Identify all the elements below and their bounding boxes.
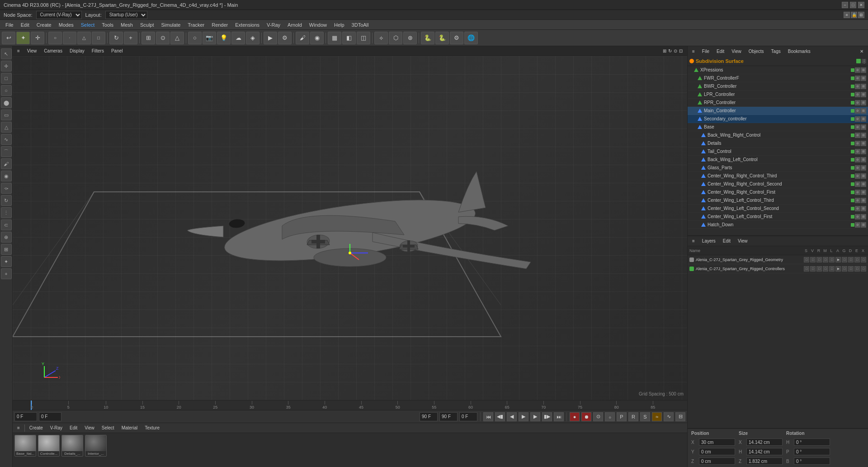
curve-btn[interactable]: ∿ xyxy=(664,412,674,421)
scene-file[interactable]: File xyxy=(699,48,712,54)
menu-arnold[interactable]: Arnold xyxy=(284,21,306,29)
bt-create[interactable]: Create xyxy=(27,425,46,431)
tree-ricon-4-1[interactable]: ⊞ xyxy=(861,100,866,105)
key-scale-btn[interactable]: S xyxy=(640,412,650,421)
morph-btn[interactable]: ⊛ xyxy=(403,32,417,44)
scene-close[interactable]: ✕ xyxy=(857,48,866,54)
menu-create[interactable]: Create xyxy=(33,21,55,29)
vp-icon2[interactable]: ↻ xyxy=(668,48,672,53)
viewport[interactable]: ≡ View Cameras Display Filters Panel ⊞ ↻… xyxy=(13,46,687,400)
mat-interior[interactable]: Interior_... xyxy=(85,435,107,457)
sculpt-btn[interactable]: ◉ xyxy=(310,32,324,44)
bt-texture[interactable]: Texture xyxy=(142,425,162,431)
lc-a[interactable]: ▶ xyxy=(835,266,841,272)
tool-cube[interactable]: □ xyxy=(1,73,12,84)
next-key-btn[interactable]: ▮▶ xyxy=(542,412,552,421)
current-frame-input[interactable] xyxy=(14,412,37,421)
layers-label[interactable]: Layers xyxy=(699,238,718,244)
l-g[interactable]: □ xyxy=(842,257,847,262)
render-settings-btn[interactable]: ⚙ xyxy=(278,32,292,44)
l-l[interactable]: □ xyxy=(829,257,835,262)
bt-view[interactable]: View xyxy=(82,425,97,431)
tree-ricon-6-1[interactable]: ⊞ xyxy=(861,116,866,122)
l-v[interactable]: □ xyxy=(810,257,816,262)
rot-b-input[interactable] xyxy=(794,457,830,465)
bt-select[interactable]: Select xyxy=(99,425,117,431)
rot-p-input[interactable] xyxy=(794,448,830,455)
rotate-snap-btn[interactable]: ⊙ xyxy=(156,32,170,44)
go-start-btn[interactable]: ⏮ xyxy=(483,412,493,421)
tree-ricon-6-0[interactable]: ⊘ xyxy=(855,116,860,122)
tree-ricon-10-1[interactable]: ⊞ xyxy=(861,149,866,154)
material-btn[interactable]: ◈ xyxy=(246,32,259,44)
plugin-btn[interactable]: ⚙ xyxy=(450,32,463,44)
lc-x[interactable]: □ xyxy=(861,266,866,272)
vp-view-btn[interactable]: View xyxy=(24,48,40,54)
tool-sculpt2[interactable]: ◉ xyxy=(1,171,12,181)
vp-cameras-btn[interactable]: Cameras xyxy=(41,48,65,54)
l-d[interactable]: □ xyxy=(848,257,854,262)
tree-ricon-8-1[interactable]: ⊞ xyxy=(861,133,866,138)
tree-ricon-1-0[interactable]: ⊘ xyxy=(855,76,860,81)
add-btn[interactable]: + xyxy=(124,32,137,44)
tree-item-8[interactable]: Back_Wing_Right_Control⊘⊞ xyxy=(688,131,868,139)
end-frame-input[interactable] xyxy=(420,412,438,421)
tree-ricon-7-1[interactable]: ⊞ xyxy=(861,124,866,130)
key-pos-btn[interactable]: P xyxy=(617,412,627,421)
tool-boole[interactable]: ⊕ xyxy=(1,232,12,243)
tree-item-1[interactable]: FWR_ControllerF⊘⊞ xyxy=(688,74,868,82)
mat-base[interactable]: Base_Ital... xyxy=(14,435,36,457)
tree-ricon-15-1[interactable]: ⊞ xyxy=(861,190,866,195)
tree-item-4[interactable]: RPR_Controller⊘⊞ xyxy=(688,99,868,107)
tool-polygon[interactable]: △ xyxy=(1,122,12,133)
tree-ricon-1-1[interactable]: ⊞ xyxy=(861,76,866,81)
tree-ricon-8-0[interactable]: ⊘ xyxy=(855,133,860,138)
frame-value-input[interactable] xyxy=(39,412,61,421)
live-sel-btn[interactable]: ✦ xyxy=(16,32,30,44)
camera-btn[interactable]: 📷 xyxy=(203,32,216,44)
light-btn[interactable]: 💡 xyxy=(217,32,231,44)
bt-material[interactable]: Material xyxy=(119,425,141,431)
layer-anim-btn[interactable]: ⊟ xyxy=(675,412,685,421)
render-btn[interactable]: ▶ xyxy=(264,32,277,44)
tree-item-10[interactable]: Tail_Control⊘⊞ xyxy=(688,148,868,156)
lc-v[interactable]: □ xyxy=(810,266,816,272)
lc-e[interactable]: □ xyxy=(854,266,860,272)
tree-item-3[interactable]: LPR_Controller⊘⊞ xyxy=(688,91,868,99)
tree-ricon-0-1[interactable]: ⊞ xyxy=(861,67,866,73)
menu-extensions[interactable]: Extensions xyxy=(231,21,263,29)
tree-ricon-0-0[interactable]: ⊘ xyxy=(855,67,860,73)
bt-vray[interactable]: V-Ray xyxy=(47,425,65,431)
tree-ricon-18-0[interactable]: ⊘ xyxy=(855,214,860,219)
rot-h-input[interactable] xyxy=(794,438,830,446)
tree-ricon-13-1[interactable]: ⊞ xyxy=(861,173,866,179)
menu-window[interactable]: Window xyxy=(306,21,330,29)
model-btn[interactable]: ○ xyxy=(48,32,62,44)
paint-btn[interactable]: 🖌 xyxy=(296,32,309,44)
lc-s[interactable]: □ xyxy=(804,266,809,272)
tree-ricon-13-0[interactable]: ⊘ xyxy=(855,173,860,179)
tree-ricon-3-1[interactable]: ⊞ xyxy=(861,92,866,97)
layers-menu[interactable]: ≡ xyxy=(689,238,698,244)
tool-spline[interactable]: ∿ xyxy=(1,134,12,145)
sky-btn[interactable]: ☁ xyxy=(231,32,245,44)
tree-ricon-14-0[interactable]: ⊘ xyxy=(855,181,860,187)
edge-btn[interactable]: △ xyxy=(77,32,91,44)
mat-controls[interactable]: Controlle... xyxy=(38,435,60,457)
l-e[interactable]: □ xyxy=(854,257,860,262)
total-frame-input[interactable] xyxy=(459,412,477,421)
point-btn[interactable]: · xyxy=(63,32,76,44)
close-button[interactable]: ✕ xyxy=(858,2,864,8)
tool-wrap[interactable]: ⊂ xyxy=(1,219,12,230)
tree-ricon-19-1[interactable]: ⊞ xyxy=(861,222,866,228)
scene-objects[interactable]: Objects xyxy=(746,48,767,54)
bt-menu[interactable]: ≡ xyxy=(14,425,23,431)
menu-sculpt[interactable]: Sculpt xyxy=(137,21,158,29)
tool-cloner[interactable]: ⊞ xyxy=(1,244,12,255)
tree-ricon-17-1[interactable]: ⊞ xyxy=(861,206,866,211)
tree-ricon-19-0[interactable]: ⊘ xyxy=(855,222,860,228)
tree-ricon-16-1[interactable]: ⊞ xyxy=(861,198,866,203)
tree-ricon-17-0[interactable]: ⊘ xyxy=(855,206,860,211)
stage-btn[interactable]: ◫ xyxy=(357,32,370,44)
tree-item-16[interactable]: Center_Wing_Left_Control_Third⊘⊞ xyxy=(688,196,868,205)
